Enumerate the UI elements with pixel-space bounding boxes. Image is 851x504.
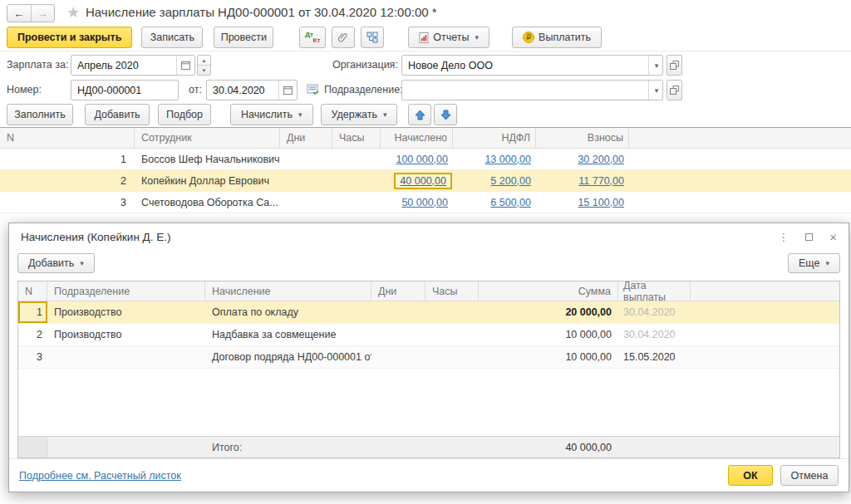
col-pay-date[interactable]: Дата выплаты xyxy=(618,281,691,301)
pick-button[interactable]: Подбор xyxy=(158,104,211,125)
department-field[interactable]: ▾ xyxy=(401,80,663,100)
col-n[interactable]: N xyxy=(0,128,135,148)
accruals-table-header[interactable]: N Подразделение Начисление Дни Часы Сумм… xyxy=(18,281,839,301)
move-row-down-button[interactable] xyxy=(434,104,457,125)
stepper-up-icon[interactable]: ▲ xyxy=(198,56,210,66)
date-field[interactable]: 30.04.2020 xyxy=(206,80,298,100)
hierarchy-icon xyxy=(366,32,378,43)
calendar-icon[interactable] xyxy=(278,81,297,100)
main-toolbar: Провести и закрыть Записать Провести ДтК… xyxy=(7,27,602,48)
fill-button[interactable]: Заполнить xyxy=(7,104,73,125)
salary-period-field[interactable]: Апрель 2020 xyxy=(71,55,195,76)
table-row[interactable]: 1 Боссов Шеф Начальникович 100 000,00 13… xyxy=(0,149,851,170)
row-number: 3 xyxy=(18,346,47,368)
withhold-button[interactable]: Удержать ▾ xyxy=(321,104,398,125)
days-cell xyxy=(280,192,332,213)
app-window: ← → ★ Начисление зарплаты НД00-000001 от… xyxy=(0,0,851,504)
table-empty-area xyxy=(18,369,839,436)
col-employee[interactable]: Сотрудник xyxy=(135,128,280,148)
col-amount[interactable]: Сумма xyxy=(479,281,618,301)
chevron-down-icon: ▾ xyxy=(80,259,84,267)
save-button[interactable]: Записать xyxy=(141,27,203,48)
col-days[interactable]: Дни xyxy=(371,281,426,301)
col-hours[interactable]: Часы xyxy=(332,128,381,148)
empty-cell xyxy=(629,149,851,169)
attachments-button[interactable] xyxy=(332,27,355,48)
chevron-down-icon[interactable]: ▾ xyxy=(648,56,662,75)
add-row-button[interactable]: Добавить xyxy=(85,104,150,125)
dt-kt-icon: ДтКт xyxy=(305,31,320,44)
post-and-close-button[interactable]: Провести и закрыть xyxy=(7,27,132,48)
back-icon[interactable]: ← xyxy=(7,5,32,22)
dialog-more-button[interactable]: Еще ▾ xyxy=(788,253,840,273)
accrual-row[interactable]: 3 Договор подряда НД00-000001 от... 10 0… xyxy=(18,346,839,369)
employees-table-header[interactable]: N Сотрудник Дни Часы Начислено НДФЛ Взно… xyxy=(0,127,851,149)
move-row-up-button[interactable] xyxy=(408,104,431,125)
forward-icon[interactable]: → xyxy=(32,5,55,22)
department-open-button[interactable] xyxy=(667,80,682,100)
stepper-down-icon[interactable]: ▼ xyxy=(198,66,210,75)
chevron-down-icon: ▾ xyxy=(383,110,387,119)
contributions-link[interactable]: 11 770,00 xyxy=(578,175,624,187)
ndfl-link[interactable]: 5 200,00 xyxy=(490,175,531,187)
post-button[interactable]: Провести xyxy=(214,27,273,48)
maximize-icon[interactable] xyxy=(805,233,813,241)
reports-label: Отчеты xyxy=(433,32,469,43)
contributions-link[interactable]: 15 100,00 xyxy=(578,197,624,208)
employee-name: Счетоводова Оборотка Са... xyxy=(135,192,280,213)
close-icon[interactable]: × xyxy=(829,230,837,244)
accrual-row[interactable]: 2 Производство Надбавка за совмещение 10… xyxy=(18,324,839,346)
days-cell xyxy=(371,346,426,368)
table-row-selected[interactable]: 2 Копейкин Доллар Еврович 40 000,00 5 20… xyxy=(0,170,851,192)
ok-button[interactable]: ОК xyxy=(728,465,773,486)
department-cell: Производство xyxy=(47,324,205,345)
col-days[interactable]: Дни xyxy=(280,128,332,148)
col-hours[interactable]: Часы xyxy=(426,281,479,301)
col-ndfl[interactable]: НДФЛ xyxy=(453,128,536,148)
arrow-down-icon xyxy=(440,110,451,120)
col-department[interactable]: Подразделение xyxy=(47,281,205,301)
accrued-link[interactable]: 50 000,00 xyxy=(401,197,448,208)
number-field[interactable]: НД00-000001 xyxy=(71,80,179,100)
col-n[interactable]: N xyxy=(18,281,47,301)
employees-table: N Сотрудник Дни Часы Начислено НДФЛ Взно… xyxy=(0,127,851,213)
chevron-down-icon[interactable]: ▾ xyxy=(648,81,662,100)
accrued-link[interactable]: 100 000,00 xyxy=(396,154,448,165)
dr-cr-postings-button[interactable]: ДтКт xyxy=(299,27,326,48)
col-accrual[interactable]: Начисление xyxy=(205,281,371,301)
period-stepper[interactable]: ▲ ▼ xyxy=(197,55,211,76)
favorite-star-icon[interactable]: ★ xyxy=(66,3,80,22)
totals-row: Итого: 40 000,00 xyxy=(18,436,839,458)
pay-button[interactable]: ₽ Выплатить xyxy=(512,27,602,48)
col-accrued[interactable]: Начислено xyxy=(381,128,453,148)
payslip-link[interactable]: Подробнее см. Расчетный листок xyxy=(19,470,181,482)
dialog-toolbar: Добавить ▾ Еще ▾ xyxy=(17,253,840,276)
organization-open-button[interactable] xyxy=(667,55,682,76)
kebab-menu-icon[interactable]: ⋮ xyxy=(778,231,789,243)
withhold-label: Удержать xyxy=(332,109,377,120)
empty-cell xyxy=(691,324,839,345)
hours-cell xyxy=(332,170,381,191)
reports-button[interactable]: Отчеты ▾ xyxy=(408,27,489,48)
set-date-icon[interactable] xyxy=(307,83,319,95)
table-actions-toolbar: Заполнить Добавить Подбор Начислить ▾ Уд… xyxy=(7,104,457,125)
department-cell xyxy=(47,346,205,368)
organization-label: Организация: xyxy=(332,59,398,71)
cancel-button[interactable]: Отмена xyxy=(780,465,839,486)
dialog-add-button[interactable]: Добавить ▾ xyxy=(17,253,95,273)
accrual-row-selected[interactable]: 1 Производство Оплата по окладу 20 000,0… xyxy=(18,301,839,324)
contributions-link[interactable]: 30 200,00 xyxy=(578,154,624,165)
calendar-icon[interactable] xyxy=(176,56,194,75)
nav-history-group[interactable]: ← → xyxy=(7,4,55,22)
dialog-footer: Подробнее см. Расчетный листок ОК Отмена xyxy=(9,458,849,492)
totals-amount: 40 000,00 xyxy=(479,442,618,453)
accrued-active-cell[interactable]: 40 000,00 xyxy=(394,173,452,189)
col-empty xyxy=(629,128,851,148)
structure-button[interactable] xyxy=(361,27,384,48)
ndfl-link[interactable]: 6 500,00 xyxy=(490,197,531,208)
table-row[interactable]: 3 Счетоводова Оборотка Са... 50 000,00 6… xyxy=(0,192,851,213)
ndfl-link[interactable]: 13 000,00 xyxy=(485,154,531,165)
accrue-button[interactable]: Начислить ▾ xyxy=(230,104,313,125)
organization-field[interactable]: Новое Дело ООО ▾ xyxy=(401,55,663,76)
col-contributions[interactable]: Взносы xyxy=(536,128,629,148)
